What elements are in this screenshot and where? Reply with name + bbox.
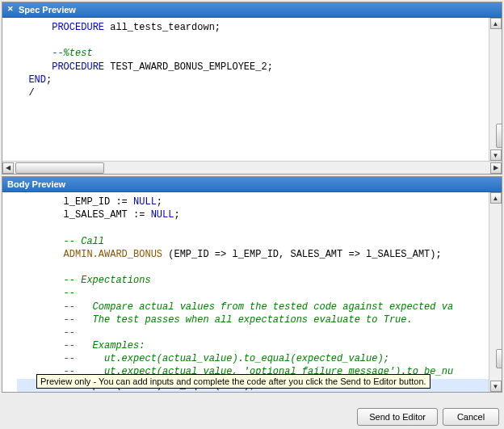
code-line[interactable]: / xyxy=(17,86,502,99)
code-line[interactable]: l_EMP_ID := NULL; xyxy=(17,196,502,208)
code-line[interactable] xyxy=(17,261,502,274)
code-line[interactable] xyxy=(17,34,502,47)
send-to-editor-button[interactable]: Send to Editor xyxy=(357,408,438,426)
spec-hscroll-thumb[interactable] xyxy=(15,162,104,174)
code-line[interactable]: PROCEDURE all_tests_teardown; xyxy=(17,21,502,34)
scroll-left-icon[interactable]: ◀ xyxy=(2,162,14,174)
scroll-down-icon[interactable]: ▼ xyxy=(490,381,502,392)
body-code-wrap: l_EMP_ID := NULL; l_SALES_AMT := NULL; -… xyxy=(2,192,502,392)
body-vscrollbar[interactable]: ▲ ▼ xyxy=(489,192,502,392)
code-line[interactable]: -- ut.expect(actual_value).to_equal(expe… xyxy=(17,352,502,365)
scroll-up-icon[interactable]: ▲ xyxy=(490,192,502,204)
code-line[interactable]: ADMIN.AWARD_BONUS (EMP_ID => l_EMP_ID, S… xyxy=(17,248,502,261)
code-line[interactable]: -- xyxy=(17,287,502,300)
cancel-button[interactable]: Cancel xyxy=(443,408,499,426)
spec-hscrollbar[interactable]: ◀ ▶ xyxy=(2,161,502,174)
spec-code-area[interactable]: PROCEDURE all_tests_teardown; --%test PR… xyxy=(2,18,502,103)
code-line[interactable]: l_SALES_AMT := NULL; xyxy=(17,208,502,221)
body-preview-title: Body Preview xyxy=(7,179,65,189)
code-line[interactable]: -- Expectations xyxy=(17,274,502,287)
spec-preview-panel: ✕ Spec Preview PROCEDURE all_tests_teard… xyxy=(2,2,502,175)
code-line[interactable]: PROCEDURE TEST_AWARD_BONUS_EMPLOYEE_2; xyxy=(17,61,502,74)
spec-preview-header[interactable]: ✕ Spec Preview xyxy=(2,2,502,18)
spec-code-wrap: PROCEDURE all_tests_teardown; --%test PR… xyxy=(2,18,502,161)
body-preview-header[interactable]: Body Preview xyxy=(2,177,502,192)
spec-preview-title: Spec Preview xyxy=(19,5,76,15)
spec-vscroll-thumb[interactable] xyxy=(496,124,502,148)
button-bar: Send to Editor Cancel xyxy=(357,408,499,426)
spec-vscrollbar[interactable]: ▲ ▼ xyxy=(489,18,502,161)
code-line[interactable]: -- Call xyxy=(17,235,502,248)
code-line[interactable]: -- The test passes when all expectations… xyxy=(17,313,502,326)
collapse-icon[interactable]: ✕ xyxy=(7,6,15,14)
scroll-up-icon[interactable]: ▲ xyxy=(490,18,502,29)
code-line[interactable]: --%test xyxy=(17,47,502,60)
scroll-right-icon[interactable]: ▶ xyxy=(490,162,502,174)
code-line[interactable]: -- Compare actual values from the tested… xyxy=(17,301,502,313)
code-line[interactable]: -- xyxy=(17,326,502,339)
preview-tooltip: Preview only - You can add inputs and co… xyxy=(36,374,430,389)
code-line[interactable] xyxy=(17,221,502,234)
body-preview-panel: Body Preview l_EMP_ID := NULL; l_SALES_A… xyxy=(2,176,502,393)
code-line[interactable]: END; xyxy=(17,74,502,86)
body-vscroll-thumb[interactable] xyxy=(496,349,502,368)
code-line[interactable]: -- Examples: xyxy=(17,339,502,352)
body-code-area[interactable]: l_EMP_ID := NULL; l_SALES_AMT := NULL; -… xyxy=(2,192,502,392)
scroll-down-icon[interactable]: ▼ xyxy=(490,149,502,161)
